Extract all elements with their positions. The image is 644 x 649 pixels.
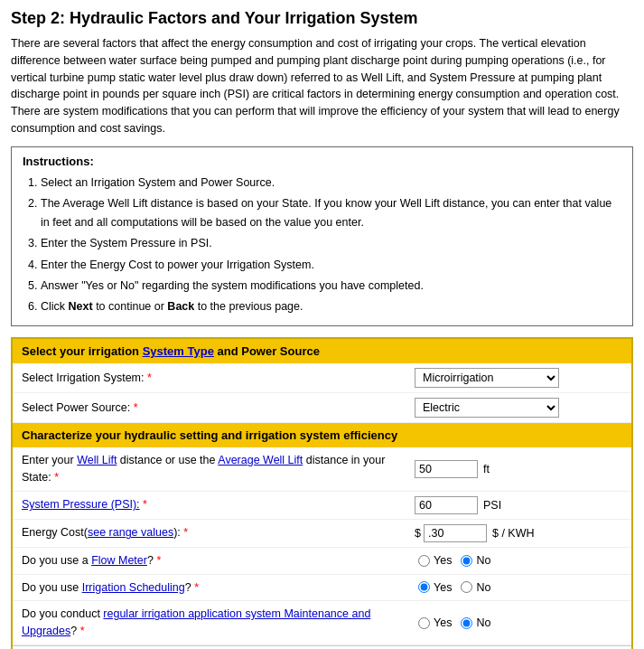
form-footer: * Required input << Back Next >> [13, 645, 631, 649]
system-pressure-row: System Pressure (PSI): * PSI [13, 492, 631, 520]
required-star-8: * [80, 625, 85, 637]
system-pressure-link[interactable]: System Pressure (PSI): [22, 498, 140, 511]
required-star-7: * [194, 581, 199, 594]
irrigation-scheduling-link[interactable]: Irrigation Scheduling [82, 581, 185, 594]
dollar-sign: $ [415, 527, 421, 540]
irrigation-system-label: Select Irrigation System: * [22, 370, 415, 387]
energy-cost-row: Energy Cost(see range values): * $ $ / K… [13, 520, 631, 548]
power-source-control: Electric Diesel Natural Gas Propane [415, 398, 622, 418]
required-star-2: * [134, 401, 138, 414]
instruction-item-1: Select an Irrigation System and Power So… [41, 174, 621, 193]
system-pressure-input[interactable] [415, 496, 478, 514]
irrigation-scheduling-row: Do you use Irrigation Scheduling? * Yes … [13, 575, 631, 602]
maintenance-radio-group: Yes No [415, 616, 490, 629]
maintenance-yes-radio[interactable] [418, 617, 430, 629]
maintenance-no-label[interactable]: No [457, 616, 490, 629]
well-lift-label: Enter your Well Lift distance or use the… [22, 452, 415, 486]
maintenance-yes-label[interactable]: Yes [415, 616, 452, 629]
irrigation-scheduling-control: Yes No [415, 581, 622, 594]
maintenance-row: Do you conduct regular irrigation applic… [13, 601, 631, 645]
power-source-select[interactable]: Electric Diesel Natural Gas Propane [415, 398, 559, 418]
power-source-label: Select Power Source: * [22, 400, 415, 417]
energy-cost-input[interactable] [424, 524, 487, 542]
well-lift-row: Enter your Well Lift distance or use the… [13, 447, 631, 492]
system-pressure-control: PSI [415, 496, 622, 514]
flow-meter-radio-group: Yes No [415, 554, 490, 567]
energy-cost-control: $ $ / KWH [415, 524, 622, 542]
main-form: Select your irrigation System Type and P… [11, 337, 633, 649]
maintenance-label: Do you conduct regular irrigation applic… [22, 606, 415, 640]
maintenance-control: Yes No [415, 616, 622, 629]
required-star-1: * [147, 372, 152, 384]
irrigation-scheduling-radio-group: Yes No [415, 581, 490, 594]
irrigation-system-select[interactable]: Microirrigation Drip Sprinkler Surface [415, 368, 559, 388]
required-star-4: * [143, 498, 147, 511]
required-star-3: * [54, 471, 59, 484]
page-title: Step 2: Hydraulic Factors and Your Irrig… [11, 9, 633, 28]
irrigation-scheduling-yes-radio[interactable] [418, 581, 430, 593]
instruction-item-4: Enter the Energy Cost to power your Irri… [41, 256, 621, 275]
irrigation-scheduling-label: Do you use Irrigation Scheduling? * [22, 579, 415, 597]
flow-meter-label: Do you use a Flow Meter? * [22, 552, 415, 569]
well-lift-unit: ft [483, 463, 490, 475]
irrigation-system-control: Microirrigation Drip Sprinkler Surface [415, 368, 622, 388]
irrigation-scheduling-yes-label[interactable]: Yes [415, 581, 452, 594]
section2-header: Characterize your hydraulic setting and … [13, 423, 631, 447]
energy-cost-label: Energy Cost(see range values): * [22, 524, 415, 541]
intro-paragraph: There are several factors that affect th… [11, 35, 633, 137]
energy-cost-unit: $ / KWH [492, 527, 535, 540]
energy-cost-range-link[interactable]: see range values [88, 526, 173, 539]
system-pressure-unit: PSI [483, 499, 501, 512]
instruction-item-6: Click Next to continue or Back to the pr… [41, 297, 621, 316]
required-star-5: * [183, 526, 188, 539]
maintenance-no-radio[interactable] [461, 617, 472, 629]
irrigation-system-row: Select Irrigation System: * Microirrigat… [13, 363, 631, 393]
average-well-lift-link[interactable]: Average Well Lift [218, 454, 303, 466]
system-pressure-label: System Pressure (PSI): * [22, 496, 415, 513]
irrigation-scheduling-no-radio[interactable] [461, 581, 472, 593]
section1-header: Select your irrigation System Type and P… [13, 339, 631, 363]
well-lift-input[interactable] [415, 460, 478, 478]
flow-meter-yes-label[interactable]: Yes [415, 554, 452, 567]
power-source-row: Select Power Source: * Electric Diesel N… [13, 393, 631, 423]
instruction-item-3: Enter the System Pressure in PSI. [41, 234, 621, 253]
flow-meter-no-radio[interactable] [461, 555, 472, 567]
well-lift-control: ft [415, 460, 622, 478]
well-lift-link[interactable]: Well Lift [77, 454, 117, 466]
flow-meter-control: Yes No [415, 554, 622, 567]
flow-meter-yes-radio[interactable] [418, 555, 430, 567]
instruction-item-2: The Average Well Lift distance is based … [41, 194, 621, 233]
maintenance-link[interactable]: regular irrigation application system Ma… [22, 607, 370, 637]
flow-meter-row: Do you use a Flow Meter? * Yes No [13, 548, 631, 575]
instructions-list: Select an Irrigation System and Power So… [41, 174, 621, 317]
system-type-link[interactable]: System Type [143, 344, 214, 358]
irrigation-scheduling-no-label[interactable]: No [457, 581, 490, 594]
instructions-box: Instructions: Select an Irrigation Syste… [11, 146, 633, 327]
flow-meter-link[interactable]: Flow Meter [91, 554, 147, 567]
flow-meter-no-label[interactable]: No [457, 554, 490, 567]
required-star-6: * [156, 554, 161, 567]
instructions-title: Instructions: [23, 155, 621, 168]
instruction-item-5: Answer "Yes or No" regarding the system … [41, 277, 621, 296]
